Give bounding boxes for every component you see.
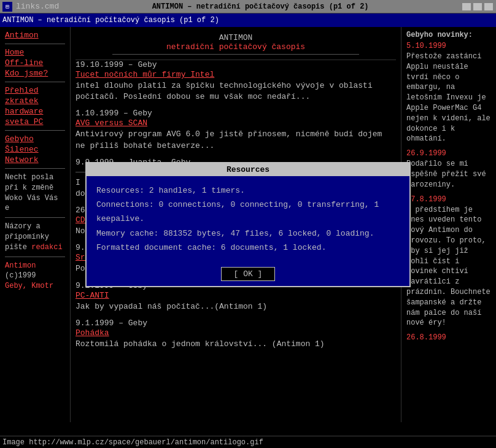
dialog-line-3: Memory cache: 881352 bytes, 47 files, 6 …: [96, 226, 400, 241]
window-controls: ─ □ ✕: [462, 2, 494, 11]
dialog-body: Resources: 2 handles, 1 timers. Connecti…: [87, 176, 409, 263]
dialog-line-2: Connections: 0 connections, 0 connecting…: [96, 198, 400, 226]
title-bar: ⊞ links.cmd ANTIMON – netradiční počítač…: [0, 0, 496, 14]
dialog-footer: [ OK ]: [87, 262, 409, 286]
maximize-button[interactable]: □: [473, 2, 482, 11]
dialog-title: Resources: [87, 163, 409, 176]
status-bar: Image http://www.mlp.cz/space/gebauerl/a…: [0, 436, 496, 448]
dialog-line-1: Resources: 2 handles, 1 timers.: [96, 183, 400, 198]
app-title: links.cmd: [16, 2, 59, 11]
resources-dialog: Resources Resources: 2 handles, 1 timers…: [85, 162, 411, 288]
app-icon: ⊞: [2, 2, 12, 12]
dialog-overlay: Resources Resources: 2 handles, 1 timers…: [0, 14, 496, 436]
minimize-button[interactable]: ─: [462, 2, 471, 11]
close-button[interactable]: ✕: [484, 2, 494, 11]
status-text: Image http://www.mlp.cz/space/gebauerl/a…: [2, 438, 263, 447]
ok-button[interactable]: [ OK ]: [221, 267, 276, 281]
dialog-line-4: Formatted document cache: 6 documents, 1…: [96, 241, 400, 255]
window-title: ANTIMON – netradiční počítačový časopis …: [59, 2, 462, 11]
